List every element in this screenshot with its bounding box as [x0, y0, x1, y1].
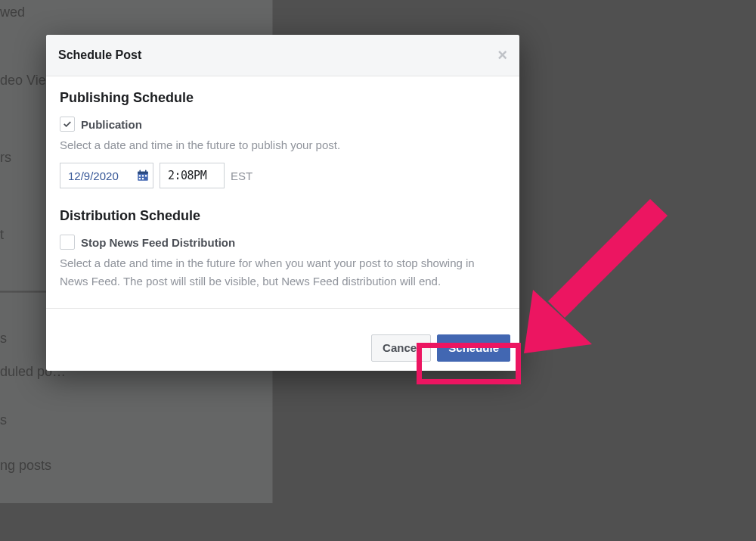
stop-distribution-checkbox[interactable] — [60, 235, 75, 250]
svg-marker-9 — [548, 199, 668, 318]
close-icon[interactable]: × — [497, 47, 507, 64]
modal-header: Schedule Post × — [46, 35, 519, 76]
checkmark-icon — [63, 120, 72, 129]
calendar-icon[interactable] — [133, 163, 153, 188]
svg-rect-2 — [140, 170, 141, 173]
publish-time-field[interactable] — [160, 163, 225, 188]
bg-item: ng posts — [0, 458, 51, 474]
bg-item: s — [0, 331, 7, 347]
svg-rect-8 — [142, 178, 144, 179]
publishing-schedule-title: Publishing Schedule — [60, 90, 506, 106]
stop-distribution-checkbox-label: Stop News Feed Distribution — [81, 236, 235, 249]
modal-footer: Cancel Schedule — [46, 325, 519, 371]
publish-date-field[interactable] — [60, 163, 153, 188]
publishing-schedule-section: Publishing Schedule Publication Select a… — [60, 90, 506, 188]
publish-date-input[interactable] — [67, 169, 133, 183]
publishing-datetime-row: EST — [60, 163, 506, 188]
bg-item: t — [0, 227, 4, 243]
distribution-schedule-title: Distribution Schedule — [60, 208, 506, 224]
modal-divider — [46, 308, 519, 309]
bg-item: s — [0, 412, 7, 428]
distribution-schedule-section: Distribution Schedule Stop News Feed Dis… — [60, 208, 506, 290]
publish-time-input[interactable] — [166, 168, 218, 183]
timezone-label: EST — [231, 169, 253, 182]
app-stage: wed deo Vie… rs t s duled po… s ng posts… — [0, 0, 756, 541]
svg-rect-1 — [138, 172, 148, 174]
publishing-description: Select a date and time in the future to … — [60, 136, 506, 154]
svg-rect-6 — [145, 176, 147, 177]
stop-distribution-checkbox-row: Stop News Feed Distribution — [60, 235, 506, 250]
svg-rect-7 — [139, 178, 141, 179]
bg-item: rs — [0, 150, 11, 166]
annotation-arrow-icon — [495, 185, 677, 367]
svg-rect-5 — [142, 176, 144, 177]
svg-marker-10 — [524, 290, 592, 353]
publication-checkbox-row: Publication — [60, 117, 506, 132]
distribution-description: Select a date and time in the future for… — [60, 254, 506, 290]
schedule-post-modal: Schedule Post × Publishing Schedule Publ… — [46, 35, 519, 371]
cancel-button[interactable]: Cancel — [371, 334, 431, 362]
publication-checkbox[interactable] — [60, 117, 75, 132]
publication-checkbox-label: Publication — [81, 118, 142, 131]
schedule-button[interactable]: Schedule — [437, 334, 510, 362]
modal-title: Schedule Post — [58, 48, 141, 62]
modal-body: Publishing Schedule Publication Select a… — [46, 76, 519, 325]
svg-rect-3 — [145, 170, 147, 173]
bg-item: wed — [0, 5, 25, 20]
svg-rect-4 — [139, 176, 141, 177]
